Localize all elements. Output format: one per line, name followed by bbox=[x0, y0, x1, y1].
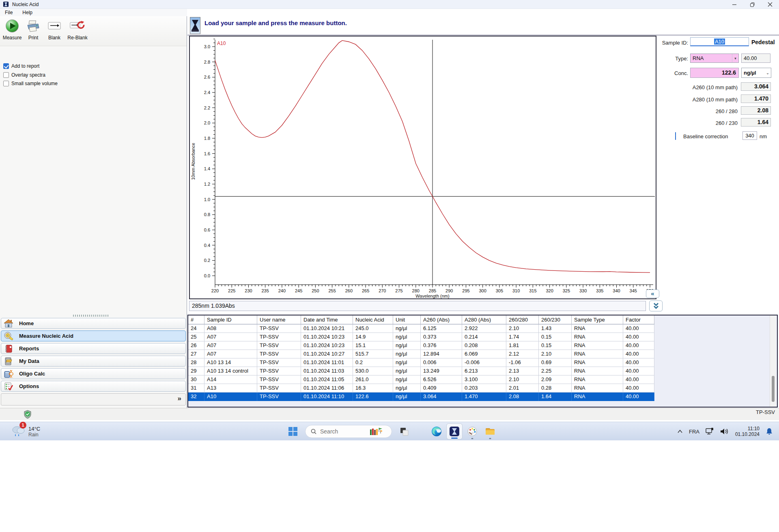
table-header-cell[interactable]: # bbox=[188, 315, 204, 324]
table-header-cell[interactable]: 260/230 bbox=[539, 315, 572, 324]
blank-button[interactable]: Blank bbox=[44, 18, 65, 41]
scrollbar-thumb[interactable] bbox=[772, 376, 775, 402]
table-header-cell[interactable]: User name bbox=[257, 315, 301, 324]
spectrum-chart: 2202252302352402452502552602652702752802… bbox=[189, 36, 656, 299]
table-row[interactable]: 29A10 13 14 controlTP-SSV01.10.2024 11:0… bbox=[188, 367, 777, 375]
table-header-cell[interactable]: 260/280 bbox=[506, 315, 539, 324]
sidebar-item-options[interactable]: Options bbox=[1, 381, 186, 392]
chevron-double-right-icon: » bbox=[178, 395, 181, 403]
table-cell: 40.00 bbox=[623, 375, 654, 384]
measure-icon bbox=[4, 18, 20, 34]
table-cell: 2.25 bbox=[539, 367, 572, 375]
x-tick-label: 255 bbox=[328, 288, 336, 293]
splitter-handle[interactable] bbox=[73, 315, 110, 317]
table-cell: RNA bbox=[572, 350, 623, 358]
sample-id-input[interactable]: A10 bbox=[690, 37, 749, 46]
table-cell: RNA bbox=[572, 324, 623, 333]
chevron-down-icon: ⌄ bbox=[764, 68, 771, 77]
close-button[interactable] bbox=[761, 0, 779, 9]
y-tick-label: 0.6 bbox=[204, 227, 210, 232]
start-button[interactable] bbox=[285, 423, 301, 440]
reblank-button[interactable]: Re-Blank bbox=[65, 18, 90, 41]
table-header-cell[interactable]: Sample Type bbox=[572, 315, 623, 324]
sidebar-item-reports[interactable]: Reports bbox=[1, 343, 186, 354]
table-cell: A10 13 14 bbox=[204, 358, 257, 367]
search-input[interactable] bbox=[320, 428, 369, 435]
table-header-cell[interactable]: Nucleic Acid bbox=[353, 315, 393, 324]
sidebar-item-oligo-calc[interactable]: Oligo Calc bbox=[1, 368, 186, 379]
table-cell: A07 bbox=[204, 333, 257, 341]
type-dropdown[interactable]: RNA ▾ bbox=[690, 54, 739, 63]
tray-volume-button[interactable] bbox=[720, 428, 729, 435]
tray-language[interactable]: FRA bbox=[689, 429, 699, 435]
sidebar-more-bar[interactable]: » bbox=[1, 393, 186, 405]
table-row[interactable]: 28A10 13 14TP-SSV01.10.2024 11:010.2ng/µ… bbox=[188, 358, 777, 367]
print-button[interactable]: Print bbox=[23, 18, 44, 41]
collapse-panel-button[interactable]: « bbox=[646, 290, 659, 298]
table-cell: 261.0 bbox=[353, 375, 393, 384]
menu-file[interactable]: File bbox=[0, 10, 17, 15]
table-cell: 01.10.2024 10:21 bbox=[301, 324, 353, 333]
add-to-report-label: Add to report bbox=[11, 63, 39, 69]
sidebar-item-my-data[interactable]: My Data bbox=[1, 356, 186, 367]
edge-browser-button[interactable] bbox=[428, 423, 445, 440]
add-to-report-checkbox[interactable]: Add to report bbox=[3, 63, 39, 69]
x-tick-label: 245 bbox=[295, 288, 302, 293]
y-tick-label: 1.2 bbox=[204, 182, 210, 187]
weather-widget[interactable]: 1 14°C Rain bbox=[11, 423, 40, 440]
task-view-button[interactable] bbox=[396, 423, 412, 440]
measure-button[interactable]: Measure bbox=[2, 18, 23, 41]
sidebar-item-home[interactable]: Home bbox=[1, 318, 186, 329]
table-header-cell[interactable]: Sample ID bbox=[204, 315, 257, 324]
x-tick-label: 250 bbox=[312, 288, 319, 293]
ratio-260-280-value: 2.08 bbox=[741, 106, 771, 115]
menu-help[interactable]: Help bbox=[17, 10, 37, 15]
sidebar-item-label: Oligo Calc bbox=[19, 371, 45, 377]
table-header-cell[interactable]: Factor bbox=[623, 315, 654, 324]
small-sample-volume-label: Small sample volume bbox=[11, 81, 58, 86]
table-header-cell[interactable]: A260 (Abs) bbox=[421, 315, 462, 324]
sidebar-item-measure-nucleic-acid[interactable]: Measure Nucleic Acid bbox=[1, 330, 186, 341]
table-row[interactable]: 27A07TP-SSV01.10.2024 10:27515.7ng/µl12.… bbox=[188, 350, 777, 358]
table-row[interactable]: 26A07TP-SSV01.10.2024 10:2315.1ng/µl0.37… bbox=[188, 341, 777, 350]
table-cell: 2.01 bbox=[506, 384, 539, 393]
restore-button[interactable] bbox=[743, 0, 761, 9]
windows-logo-icon bbox=[288, 426, 298, 437]
sidebar-item-label: Reports bbox=[19, 345, 39, 352]
plot-area[interactable] bbox=[215, 40, 656, 285]
tray-network-button[interactable] bbox=[705, 427, 714, 435]
conc-unit-dropdown[interactable]: ng/µl ⌄ bbox=[741, 68, 771, 78]
table-cell: A10 13 14 control bbox=[204, 367, 257, 375]
conc-value-field[interactable]: 122.6 bbox=[690, 68, 739, 78]
table-row[interactable]: 24A08TP-SSV01.10.2024 10:21245.0ng/µl6.1… bbox=[188, 324, 777, 333]
app-statusbar: TP-SSV bbox=[0, 408, 779, 420]
table-row[interactable]: 25A07TP-SSV01.10.2024 10:2314.9ng/µl0.37… bbox=[188, 333, 777, 341]
table-cell: A08 bbox=[204, 324, 257, 333]
table-cell: ng/µl bbox=[393, 333, 421, 341]
overlay-spectra-checkbox[interactable]: Overlay spectra bbox=[3, 72, 45, 78]
small-sample-volume-checkbox[interactable]: Small sample volume bbox=[3, 81, 58, 86]
table-header-cell[interactable]: A280 (Abs) bbox=[462, 315, 506, 324]
paint-app-button[interactable] bbox=[464, 423, 480, 440]
table-header-cell[interactable]: Unit bbox=[393, 315, 421, 324]
table-scrollbar[interactable] bbox=[770, 315, 776, 407]
table-header-cell[interactable]: Date and Time bbox=[301, 315, 353, 324]
table-cell: 15.1 bbox=[353, 341, 393, 350]
nanodrop-app-button[interactable] bbox=[446, 423, 463, 440]
table-cell: 1.81 bbox=[506, 341, 539, 350]
baseline-correction-checkbox[interactable] bbox=[675, 133, 676, 140]
collapse-table-button[interactable] bbox=[649, 300, 663, 311]
table-cell: ng/µl bbox=[393, 367, 421, 375]
table-row[interactable]: 30A14TP-SSV01.10.2024 11:05261.0ng/µl6.5… bbox=[188, 375, 777, 384]
baseline-wavelength-field[interactable]: 340 bbox=[742, 131, 757, 140]
file-explorer-button[interactable] bbox=[482, 423, 498, 440]
taskbar-search[interactable] bbox=[305, 425, 392, 438]
table-row[interactable]: 31A13TP-SSV01.10.2024 11:0616.3ng/µl0.40… bbox=[188, 384, 777, 393]
table-cell: 2.10 bbox=[539, 350, 572, 358]
tray-notifications-button[interactable] bbox=[765, 427, 773, 435]
tray-hidden-icons-button[interactable] bbox=[677, 429, 683, 434]
y-tick-label: 1.8 bbox=[204, 136, 210, 141]
table-row[interactable]: 32A10TP-SSV01.10.2024 11:10122.6ng/µl3.0… bbox=[188, 393, 777, 401]
minimize-button[interactable] bbox=[725, 0, 743, 9]
tray-clock[interactable]: 11:10 01.10.2024 bbox=[735, 426, 760, 437]
